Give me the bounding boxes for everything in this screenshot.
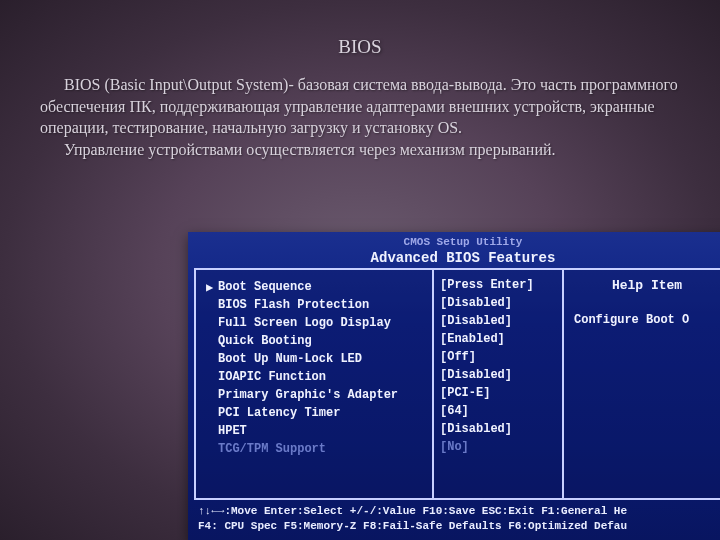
slide: BIOS BIOS (Basic Input\Output System)- б… — [0, 0, 720, 540]
bios-value-selected[interactable]: [Press Enter] — [440, 278, 534, 292]
bios-value[interactable]: [Disabled] — [440, 314, 556, 332]
bios-values-panel: [Press Enter] [Disabled] [Disabled] [Ena… — [434, 268, 564, 500]
bios-item-label: Boot Up Num-Lock LED — [218, 352, 362, 366]
bios-item-boot-sequence[interactable]: ▶Boot Sequence — [206, 278, 422, 296]
bios-item-label: Full Screen Logo Display — [218, 316, 391, 330]
bios-footer: ↑↓←→:Move Enter:Select +/-/:Value F10:Sa… — [188, 500, 720, 535]
bios-options-panel: ▶Boot Sequence BIOS Flash Protection Ful… — [194, 268, 434, 500]
bios-value[interactable]: [PCI-E] — [440, 386, 556, 404]
bios-item-primary-graphics[interactable]: Primary Graphic's Adapter — [206, 386, 422, 404]
bios-item-label: HPET — [218, 424, 247, 438]
footer-line-1: ↑↓←→:Move Enter:Select +/-/:Value F10:Sa… — [198, 504, 720, 519]
bios-value: [Press Enter] — [440, 278, 556, 296]
page-title: BIOS — [0, 0, 720, 74]
bios-value[interactable]: [Off] — [440, 350, 556, 368]
bios-item-tpm: TCG/TPM Support — [206, 440, 422, 458]
footer-line-2: F4: CPU Spec F5:Memory-Z F8:Fail-Safe De… — [198, 519, 720, 534]
bios-value: [No] — [440, 440, 556, 458]
bios-value[interactable]: [Disabled] — [440, 422, 556, 440]
bios-item-label: IOAPIC Function — [218, 370, 326, 384]
bios-value[interactable]: [Disabled] — [440, 296, 556, 314]
bios-help-panel: Help Item Configure Boot O — [564, 268, 720, 500]
bios-panels: ▶Boot Sequence BIOS Flash Protection Ful… — [194, 268, 720, 500]
bios-item-quick-booting[interactable]: Quick Booting — [206, 332, 422, 350]
paragraph-2: Управление устройствами осуществляется ч… — [40, 139, 680, 161]
bios-item-numlock-led[interactable]: Boot Up Num-Lock LED — [206, 350, 422, 368]
body-text: BIOS (Basic Input\Output System)- базова… — [0, 74, 720, 160]
bios-item-label: PCI Latency Timer — [218, 406, 340, 420]
bios-item-label: BIOS Flash Protection — [218, 298, 369, 312]
bios-screenshot: CMOS Setup Utility Advanced BIOS Feature… — [188, 232, 720, 540]
bios-item-hpet[interactable]: HPET — [206, 422, 422, 440]
bios-item-label: Primary Graphic's Adapter — [218, 388, 398, 402]
bios-header-main: Advanced BIOS Features — [188, 248, 720, 266]
bios-value[interactable]: [Disabled] — [440, 368, 556, 386]
bios-item-label: Boot Sequence — [218, 280, 312, 294]
bios-value[interactable]: [Enabled] — [440, 332, 556, 350]
bios-item-full-screen-logo[interactable]: Full Screen Logo Display — [206, 314, 422, 332]
bios-item-label: TCG/TPM Support — [218, 442, 326, 456]
bios-value[interactable]: [64] — [440, 404, 556, 422]
triangle-right-icon: ▶ — [206, 280, 218, 295]
bios-header-top: CMOS Setup Utility — [188, 234, 720, 248]
bios-header: CMOS Setup Utility Advanced BIOS Feature… — [188, 232, 720, 268]
bios-item-flash-protection[interactable]: BIOS Flash Protection — [206, 296, 422, 314]
bios-item-label: Quick Booting — [218, 334, 312, 348]
bios-item-pci-latency[interactable]: PCI Latency Timer — [206, 404, 422, 422]
help-text: Configure Boot O — [574, 313, 720, 327]
help-title: Help Item — [574, 278, 720, 293]
paragraph-1: BIOS (Basic Input\Output System)- базова… — [40, 74, 680, 139]
bios-item-ioapic[interactable]: IOAPIC Function — [206, 368, 422, 386]
